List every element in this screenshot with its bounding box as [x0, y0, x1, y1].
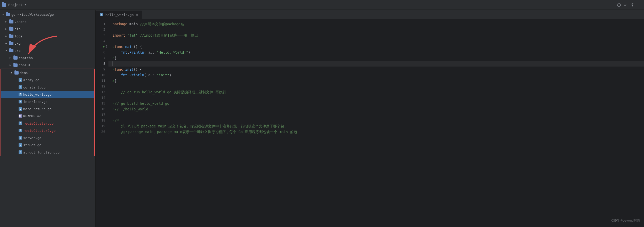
token-comment3: //import语言的fmt库———用于输出: [140, 33, 198, 38]
sidebar-item-bin[interactable]: bin: [0, 25, 95, 33]
sidebar-item-constant[interactable]: G constant.go: [1, 84, 94, 91]
logs-label: logs: [14, 34, 94, 38]
token-rp10: ): [169, 72, 171, 78]
code-line-15: ▽ // go build hello_world.go: [108, 101, 644, 106]
token-println6: Println: [129, 50, 144, 55]
bin-folder-icon: [9, 27, 13, 31]
line-num-15: 15: [96, 101, 108, 106]
sidebar-item-cache[interactable]: .cache: [0, 18, 95, 25]
logs-folder-icon: [9, 35, 13, 38]
sidebar-item-logs[interactable]: logs: [0, 33, 95, 40]
sidebar-item-consul[interactable]: consul: [0, 61, 95, 69]
sidebar-item-readme[interactable]: MD README.md: [1, 112, 94, 120]
sidebar-item-struct[interactable]: G struct.go: [1, 141, 94, 149]
settings-button[interactable]: [630, 2, 635, 8]
line-num-6: 6: [96, 50, 108, 55]
minimize-button[interactable]: [636, 2, 642, 8]
code-line-18: ▽ /*: [108, 118, 644, 123]
array-file-icon: G: [19, 78, 22, 82]
sidebar-item-redis-cluster2[interactable]: G redisCluster2.go: [1, 127, 94, 134]
add-content-button[interactable]: [616, 2, 622, 8]
sidebar-item-more-return[interactable]: G more_return.go: [1, 105, 94, 112]
token-dot10: .: [127, 72, 129, 78]
code-line-16: △ // ./hello_world: [108, 106, 644, 112]
readme-label: README.md: [23, 114, 93, 118]
captcha-label: captcha: [19, 56, 94, 60]
token-brace11: }: [115, 78, 117, 84]
redis-cluster-chevron: [13, 121, 18, 125]
sidebar-item-array[interactable]: G array.go: [1, 76, 94, 84]
align-button[interactable]: [623, 2, 629, 8]
sidebar-item-struct-function[interactable]: G struct_function.go: [1, 149, 94, 156]
token-brace7: }: [115, 55, 117, 61]
sidebar-item-server[interactable]: G server.go: [1, 134, 94, 141]
fold-open-15: ▽: [113, 101, 114, 106]
readme-chevron: [13, 114, 18, 118]
src-label: src: [14, 49, 94, 53]
consul-label: consul: [19, 63, 94, 67]
line-num-11: 11: [96, 78, 108, 84]
array-label: array.go: [23, 78, 93, 82]
hello-world-file-icon: G: [19, 93, 22, 96]
struct-chevron: [13, 143, 18, 147]
struct-function-file-icon: G: [19, 150, 22, 154]
line-num-14: 14: [96, 95, 108, 101]
title-bar-actions: [616, 2, 642, 8]
demo-section: demo G array.go G constant.go G: [1, 69, 95, 156]
code-line-4: [108, 38, 644, 44]
line-num-3: 3: [96, 33, 108, 38]
array-chevron: [13, 78, 18, 82]
consul-chevron: [8, 63, 12, 67]
tab-bar: G hello_world.go ✕: [96, 10, 644, 19]
sidebar-item-captcha[interactable]: captcha: [0, 54, 95, 61]
line-num-10: 10: [96, 72, 108, 78]
sidebar-item-demo[interactable]: demo: [1, 69, 94, 76]
line-num-12: 12: [96, 84, 108, 89]
bin-chevron: [4, 27, 8, 31]
sidebar-item-redis-cluster[interactable]: G redisCluster.go: [1, 120, 94, 127]
file-tree: go ~/ideaWorkspace/go .cache bin logs: [0, 10, 95, 227]
token-fmt6: fmt: [121, 50, 127, 55]
server-label: server.go: [23, 136, 93, 140]
tab-hello-world[interactable]: G hello_world.go ✕: [96, 11, 142, 19]
code-line-19: 第一行代码 package main 定义了包名。你必须在源文件中非注释的第一行…: [108, 123, 644, 129]
constant-file-icon: G: [19, 85, 22, 89]
svg-point-6: [632, 4, 633, 5]
server-chevron: [13, 136, 18, 140]
code-lines: package main //声明本文件的package名 import "fm…: [108, 19, 644, 227]
sidebar-item-hello-world[interactable]: G hello_world.go: [1, 91, 94, 98]
token-comment16: // ./hello_world: [115, 106, 148, 112]
struct-label: struct.go: [23, 143, 93, 147]
code-container[interactable]: 1 2 3 4 ▶5 6 7 8 9 10 11 12 13 14 15 16 …: [96, 19, 644, 227]
code-line-11: △ }: [108, 78, 644, 84]
line-num-13: 13: [96, 89, 108, 95]
code-line-1: package main //声明本文件的package名: [108, 21, 644, 27]
code-line-5: ▽ func main () {: [108, 44, 644, 50]
tab-label: hello_world.go: [105, 13, 134, 17]
code-line-12: [108, 84, 644, 89]
sidebar-item-interface[interactable]: G interface.go: [1, 98, 94, 105]
token-space3: [125, 33, 127, 38]
root-label: go ~/ideaWorkspace/go: [11, 13, 94, 17]
token-func5: func: [115, 44, 123, 50]
tree-root[interactable]: go ~/ideaWorkspace/go: [0, 11, 95, 18]
redis-cluster-file-icon: G: [19, 121, 22, 125]
tab-close-button[interactable]: ✕: [135, 13, 139, 17]
sidebar-item-src[interactable]: src: [0, 47, 95, 54]
line-num-1: 1: [96, 21, 108, 27]
token-sp5: [123, 44, 125, 50]
redis-cluster2-chevron: [13, 128, 18, 133]
chevron-down-icon[interactable]: ▾: [25, 3, 26, 6]
code-line-3: import "fmt" //import语言的fmt库———用于输出: [108, 33, 644, 38]
token-arg10: a…:: [148, 72, 157, 78]
code-line-10: fmt . Println ( a…: "init" ): [108, 72, 644, 78]
redis-cluster-label: redisCluster.go: [23, 121, 93, 125]
more-return-file-icon: G: [19, 107, 22, 111]
root-chevron: [1, 12, 5, 17]
code-line-20: 如：package main。package main表示一个可独立执行的程序，…: [108, 129, 644, 135]
cache-label: .cache: [14, 20, 94, 24]
cache-chevron: [4, 20, 8, 24]
sidebar-item-pkg[interactable]: pkg: [0, 40, 95, 47]
consul-folder-icon: [13, 63, 18, 67]
constant-chevron: [13, 85, 18, 89]
